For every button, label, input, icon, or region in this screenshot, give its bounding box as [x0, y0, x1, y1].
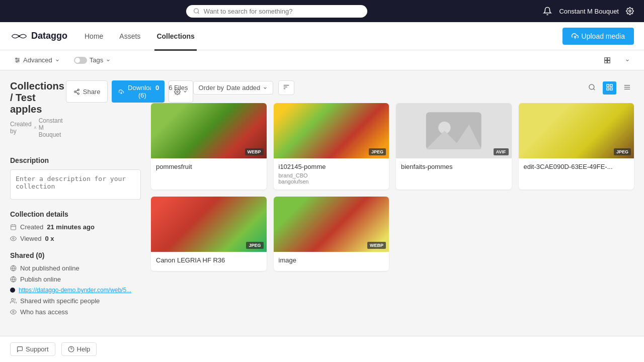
shared-specific-label: Shared with specific people [20, 297, 100, 305]
collection-details-title: Collection details [10, 210, 141, 218]
media-thumbnail: JPEG [519, 103, 634, 158]
tags-label: Tags [90, 56, 103, 64]
eye-access-icon [10, 309, 17, 315]
dropdown-view-button[interactable] [621, 56, 634, 65]
advanced-button[interactable]: Advanced [10, 54, 64, 66]
tags-button[interactable]: Tags [70, 54, 115, 66]
media-name: bienfaits-pommes [401, 163, 507, 170]
share-button[interactable]: Share [66, 80, 108, 103]
publish-online-item[interactable]: Publish online [10, 276, 141, 283]
media-card[interactable]: AVIF bienfaits-pommes [396, 103, 512, 190]
upload-icon [572, 33, 579, 40]
logo-icon [10, 31, 28, 41]
created-value: 21 minutes ago [47, 223, 95, 231]
svg-line-1 [198, 13, 199, 14]
advanced-label: Advanced [23, 56, 52, 64]
format-badge: JPEG [246, 242, 263, 249]
footer: Support Help [0, 336, 644, 336]
content-toolbar-left: 0 6 Files Order by Date added [151, 80, 294, 95]
created-by-user: Constant M Bouquet [39, 117, 66, 138]
nav-home[interactable]: Home [83, 32, 105, 40]
svg-rect-14 [608, 57, 610, 60]
svg-point-18 [77, 89, 79, 90]
svg-rect-41 [607, 84, 609, 86]
description-input[interactable] [10, 169, 141, 200]
media-card[interactable]: JPEG edit-3CAE090D-63EE-49FE-... [519, 103, 634, 190]
media-meta: brand_CBObangolufsen [279, 172, 384, 185]
tags-chevron-icon [106, 58, 111, 63]
svg-rect-43 [607, 87, 609, 89]
sort-icon-button[interactable] [278, 80, 294, 95]
svg-point-3 [18, 35, 20, 37]
sort-icon [283, 83, 290, 90]
page-title: Collections / Test apples [10, 80, 66, 115]
bell-icon [543, 7, 552, 16]
calendar-icon [10, 224, 17, 230]
count-badge: 0 [151, 82, 164, 93]
order-button[interactable]: Order by Date added [193, 81, 274, 95]
search-bar[interactable] [186, 5, 367, 18]
dot-icon [10, 288, 15, 293]
viewed-detail: Viewed 0 x [10, 235, 141, 242]
media-info: i102145-pomme brand_CBObangolufsen [274, 158, 389, 190]
svg-point-8 [16, 58, 17, 59]
search-content-button[interactable] [585, 81, 599, 95]
media-thumbnail: JPEG [274, 103, 389, 158]
page-header: Collections / Test apples Created by Con… [10, 80, 141, 148]
sidebar: Collections / Test apples Created by Con… [10, 80, 141, 326]
toggle-icon [74, 57, 87, 64]
shared-title: Shared (0) [10, 251, 141, 259]
user-icon [34, 125, 37, 131]
media-card[interactable]: JPEG Canon LEGRIA HF R36 [151, 197, 267, 271]
svg-rect-16 [608, 60, 610, 63]
list-view-button[interactable] [620, 81, 634, 95]
settings-icon[interactable] [626, 7, 634, 15]
eye-icon [10, 235, 17, 242]
media-thumbnail: WEBP [151, 103, 267, 158]
svg-point-19 [74, 90, 75, 92]
download-icon [119, 88, 124, 95]
content-area: 0 6 Files Order by Date added [151, 80, 634, 326]
nav-collections[interactable]: Collections [154, 32, 196, 40]
user-name: Constant M Bouquet [559, 8, 619, 15]
order-value: Date added [226, 84, 260, 92]
media-grid: WEBP pommesfruit JPEG i102145-pomme bran… [151, 103, 634, 271]
svg-point-12 [75, 58, 80, 63]
grid-view-button[interactable] [603, 81, 616, 95]
svg-point-9 [18, 59, 19, 60]
media-info: pommesfruit [151, 158, 267, 177]
created-by: Created by Constant M Bouquet [10, 117, 66, 138]
media-card[interactable]: JPEG i102145-pomme brand_CBObangolufsen [274, 103, 389, 190]
globe-icon [10, 276, 17, 283]
media-info: edit-3CAE090D-63EE-49FE-... [519, 158, 634, 177]
share-url-link[interactable]: https://dataggo-demo.bynder.com/web/5... [19, 287, 131, 294]
description-section-title: Description [10, 156, 141, 164]
upload-label: Upload media [582, 32, 625, 40]
svg-rect-42 [610, 84, 612, 86]
search-input[interactable] [204, 8, 360, 15]
main-content: Collections / Test apples Created by Con… [0, 70, 644, 336]
order-chevron-icon [263, 85, 268, 90]
not-published-item: Not published online [10, 264, 141, 272]
created-label: Created [20, 223, 43, 231]
media-name: image [279, 256, 384, 264]
top-bar: Constant M Bouquet [0, 0, 644, 22]
upload-button[interactable]: Upload media [562, 28, 634, 45]
media-name: edit-3CAE090D-63EE-49FE-... [524, 163, 629, 170]
view-options-button[interactable] [600, 55, 615, 66]
logo-text: Dataggo [31, 31, 67, 41]
logo[interactable]: Dataggo [10, 31, 67, 41]
svg-point-35 [13, 311, 14, 313]
nav-assets[interactable]: Assets [117, 32, 142, 40]
who-access-item: Who has access [10, 308, 141, 316]
media-info: bienfaits-pommes [396, 158, 512, 177]
media-card[interactable]: WEBP pommesfruit [151, 103, 267, 190]
who-access-label: Who has access [20, 308, 68, 316]
share-label: Share [83, 88, 101, 96]
format-badge: WEBP [245, 148, 264, 155]
media-card[interactable]: WEBP image [274, 197, 389, 271]
media-info: image [274, 252, 389, 271]
media-name: Canon LEGRIA HF R36 [156, 256, 262, 264]
order-label: Order by [199, 84, 224, 92]
media-name: pommesfruit [156, 163, 262, 170]
